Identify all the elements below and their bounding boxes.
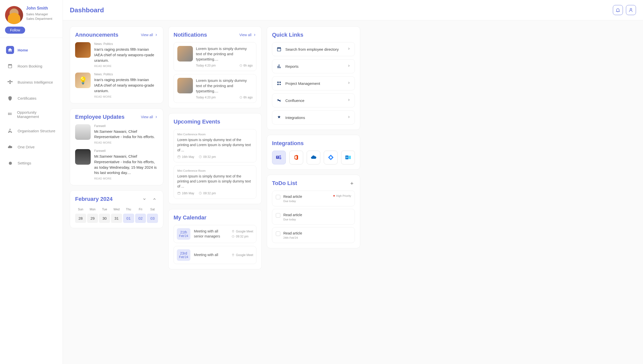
location-icon <box>232 230 235 233</box>
todo-checkbox[interactable] <box>276 231 280 236</box>
my-calendar-item[interactable]: 23rd Feb'24 Meeting with all Google Meet <box>174 246 256 264</box>
calendar-day-label: Mon <box>87 206 98 213</box>
announcements-view-all[interactable]: View all <box>141 33 158 37</box>
event-item[interactable]: Mini Conference Room Lorem Ipsum is simp… <box>174 129 256 162</box>
calendar-day[interactable]: 31 <box>111 214 122 223</box>
notification-item[interactable]: Lorem Ipsum is simply dummy text of the … <box>174 74 256 103</box>
sidebar-item-settings[interactable]: Settings <box>3 156 60 170</box>
my-calendar-event-title: Meeting with all <box>194 253 228 258</box>
quick-links-title: Quick Links <box>272 32 303 38</box>
page-title: Dashboard <box>70 6 104 14</box>
employee-update-category: Farewell <box>94 149 158 153</box>
integration-outlook[interactable]: O <box>341 151 355 164</box>
calendar-day[interactable]: 01 <box>123 214 134 223</box>
employee-updates-title: Employee Updates <box>75 114 125 120</box>
sidebar-item-home[interactable]: Home <box>3 43 60 57</box>
chevron-right-icon <box>154 33 158 37</box>
sidebar-item-label: Opportunity Management <box>17 110 57 119</box>
sidebar-item-room-booking[interactable]: Room Booking <box>3 59 60 73</box>
calendar-day[interactable]: 03 <box>147 214 158 223</box>
calendar-day[interactable]: 02 <box>135 214 146 223</box>
sidebar-item-one-drive[interactable]: One Drive <box>3 140 60 154</box>
location-icon <box>232 254 235 257</box>
employee-update-item[interactable]: Farewell Mr.Sameer Nawani, Chief Represe… <box>75 124 158 144</box>
integrations-title: Integrations <box>272 140 304 147</box>
quick-link-item-reports[interactable]: Reports <box>272 59 355 73</box>
notifications-title: Notifications <box>174 32 207 38</box>
clock-icon <box>199 155 202 158</box>
calendar-day[interactable]: 29 <box>87 214 98 223</box>
read-more-link[interactable]: READ MORE <box>94 65 158 68</box>
todo-due: Due today <box>283 218 351 221</box>
top-bar: Dashboard <box>63 0 643 20</box>
quick-link-label: Search from employee directory <box>285 47 344 51</box>
avatar[interactable] <box>5 6 23 24</box>
read-more-link[interactable]: READ MORE <box>94 177 158 180</box>
calendar-day-label: Fri <box>135 206 146 213</box>
notification-thumb <box>177 78 193 93</box>
chevron-right-icon <box>347 81 351 86</box>
calendar-day-label: Sun <box>75 206 86 213</box>
integration-onedrive[interactable] <box>307 151 320 164</box>
announcement-item[interactable]: News: Politics Iran's raging protests fi… <box>75 42 158 68</box>
cloud-icon <box>8 144 13 149</box>
notifications-view-all[interactable]: View all <box>239 33 256 37</box>
employee-update-item[interactable]: Farewell Mr.Sameer Nawani, Chief Represe… <box>75 149 158 180</box>
notification-item[interactable]: Lorem Ipsum is simply dummy text of the … <box>174 42 256 71</box>
sidebar-item-organisation-structure[interactable]: Organisation Structure <box>3 124 60 138</box>
my-calendar-location: Google Meet <box>236 253 253 257</box>
event-room: Mini Conference Room <box>177 169 253 172</box>
sidebar-item-certificates[interactable]: Certificates <box>3 91 60 105</box>
svg-point-0 <box>630 8 632 10</box>
event-date: 16th May <box>182 155 194 159</box>
announcement-category: News: Politics <box>94 73 158 76</box>
main-content: Dashboard Announcements View all <box>63 0 643 364</box>
integration-office[interactable] <box>289 151 303 164</box>
calendar-day-label: Thu <box>123 206 134 213</box>
profile-department: Sales Department <box>26 17 58 21</box>
announcements-title: Announcements <box>75 32 118 38</box>
sidebar-item-label: Home <box>18 48 28 52</box>
employee-updates-view-all[interactable]: View all <box>141 115 158 119</box>
employee-thumb <box>75 124 91 140</box>
sidebar-item-business-intelligence[interactable]: Business Intelligence <box>3 75 60 89</box>
calendar-next-button[interactable] <box>151 196 158 203</box>
chevron-right-icon <box>347 98 351 103</box>
svg-rect-13 <box>280 157 282 159</box>
my-calendar-event-title: Meeting with all senior managers <box>194 229 228 239</box>
notifications-button[interactable] <box>613 5 623 15</box>
quick-link-item-integrations[interactable]: Integrations <box>272 110 355 125</box>
quick-link-item-project-management[interactable]: Project Management <box>272 76 355 90</box>
calendar-day[interactable]: 28 <box>75 214 86 223</box>
integration-jira[interactable] <box>324 151 338 164</box>
integration-teams[interactable]: T <box>272 151 286 164</box>
calendar-grid: Sun Mon Tue Wed Thu Fri Sat 28 29 30 31 … <box>75 206 158 223</box>
calendar-day[interactable]: 30 <box>99 214 110 223</box>
chevron-right-icon <box>154 115 158 119</box>
todo-checkbox[interactable] <box>276 195 280 199</box>
sidebar-item-label: One Drive <box>18 145 35 149</box>
todo-checkbox[interactable] <box>276 213 280 218</box>
sidebar-item-opportunity-management[interactable]: Opportunity Management <box>3 107 60 122</box>
announcement-headline: Iran's raging protests fifth Iranian IAE… <box>94 77 158 93</box>
event-item[interactable]: Mini Conference Room Lorem Ipsum is simp… <box>174 165 256 199</box>
announcement-item[interactable]: News: Politics Iran's raging protests fi… <box>75 73 158 98</box>
calendar-icon <box>8 64 13 69</box>
quick-link-label: Project Management <box>285 81 344 86</box>
integrations-icon <box>276 115 282 120</box>
read-more-link[interactable]: READ MORE <box>94 141 158 144</box>
calendar-prev-button[interactable] <box>141 196 148 203</box>
quick-link-item-employee-directory[interactable]: Search from employee directory <box>272 42 355 56</box>
todo-add-button[interactable]: + <box>349 180 355 186</box>
read-more-link[interactable]: READ MORE <box>94 95 158 98</box>
quick-link-label: Reports <box>285 64 344 69</box>
quick-link-item-confluence[interactable]: Confluence <box>272 93 355 107</box>
todo-due: 24th Feb'24 <box>283 236 351 239</box>
profile-button[interactable] <box>626 5 636 15</box>
gear-icon <box>8 160 13 165</box>
calendar-icon <box>177 192 181 195</box>
calendar-day-label: Tue <box>99 206 110 213</box>
todo-item: Read article Due today <box>272 209 355 225</box>
my-calendar-item[interactable]: 21th Feb'24 Meeting with all senior mana… <box>174 225 256 243</box>
follow-button[interactable]: Follow <box>5 27 25 34</box>
